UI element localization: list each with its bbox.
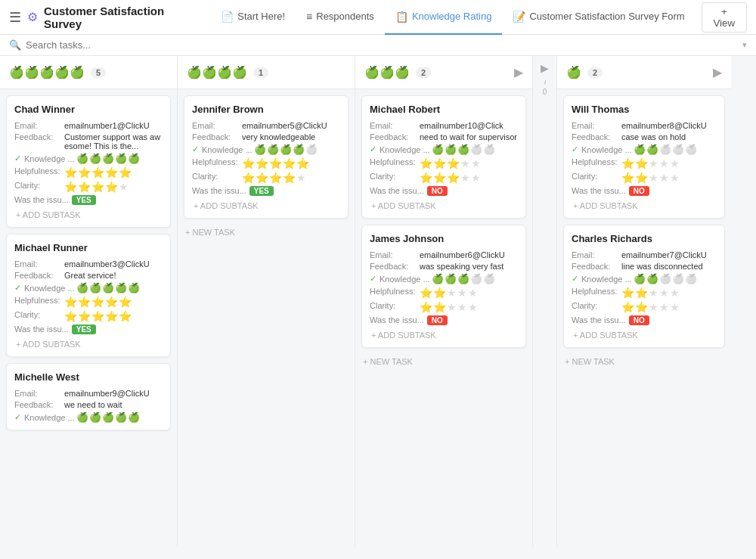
card-knowledge-row: ✓ Knowledge ... 🍏🍏🍏🍏🍏 [14, 282, 163, 293]
status-badge: YES [72, 195, 96, 205]
card-issue-row: Was the issu... NO [370, 315, 518, 325]
card-helpfulness-row: Helpfulness: ⭐⭐★★★ [370, 287, 518, 299]
column-header-5: 🍏🍏🍏🍏🍏 5 [0, 56, 177, 89]
column-body-1: Will Thomas Email: emailnumber8@ClickU F… [557, 89, 731, 547]
check-icon: ✓ [14, 154, 21, 163]
column-header-3: 🍏🍏🍏 2 ▶ [355, 56, 532, 89]
narrow-col-label: ~ [541, 80, 549, 85]
card-knowledge-row: ✓ Knowledge ... 🍏🍏🍏🍏🍏 [370, 273, 518, 284]
col-apples-3: 🍏🍏🍏 [364, 65, 410, 79]
col-count-5: 5 [91, 67, 106, 78]
check-icon: ✓ [14, 412, 21, 422]
card-issue-row: Was the issu... NO [572, 186, 717, 196]
card-clarity-row: Clarity: ⭐⭐★★★ [572, 301, 717, 313]
tab-respondents-icon: ≡ [306, 11, 312, 23]
tab-form-icon: 📝 [513, 11, 525, 23]
card-knowledge-row: ✓ Knowledge ... 🍏🍏🍏🍏🍏 [572, 273, 717, 284]
column-5-stars: 🍏🍏🍏🍏🍏 5 Chad Winner Email: emailnumber1@… [0, 56, 178, 547]
view-button[interactable]: + View [702, 2, 747, 33]
add-subtask-button[interactable]: + ADD SUBTASK [14, 207, 163, 222]
status-badge: NO [629, 315, 649, 325]
add-subtask-button[interactable]: + ADD SUBTASK [572, 328, 717, 343]
add-subtask-button[interactable]: + ADD SUBTASK [572, 198, 717, 213]
card-issue-row: Was the issu... YES [14, 325, 163, 334]
tab-start-here[interactable]: 📄 Start Here! [210, 0, 296, 35]
add-subtask-button[interactable]: + ADD SUBTASK [370, 198, 518, 213]
new-task-button[interactable]: + NEW TASK [563, 354, 725, 369]
card-helpfulness-row: Helpfulness: ⭐⭐★★★ [572, 287, 717, 299]
card-clarity-row: Clarity: ⭐⭐★★★ [370, 301, 518, 313]
card-issue-row: Was the issu... YES [192, 186, 340, 196]
app-title: Customer Satisfaction Survey [44, 5, 198, 30]
card-email-row: Email: emailnumber7@ClickU [572, 250, 717, 259]
menu-icon[interactable]: ☰ [9, 9, 21, 26]
card-name: Will Thomas [572, 104, 717, 115]
col-narrow-expand-icon[interactable]: ▶ [541, 62, 549, 74]
card-clarity-row: Clarity: ⭐⭐⭐★★ [370, 172, 518, 184]
add-subtask-button[interactable]: + ADD SUBTASK [14, 337, 163, 352]
card-clarity-row: Clarity: ⭐⭐★★★ [572, 172, 717, 184]
tab-knowledge-icon: 📋 [395, 11, 408, 23]
card-feedback-row: Feedback: Great service! [14, 271, 163, 280]
card-feedback-row: Feedback: we need to wait [14, 400, 163, 409]
col-apples-4: 🍏🍏🍏🍏 [187, 65, 247, 79]
card-email-row: Email: emailnumber6@ClickU [370, 250, 518, 259]
card-charles-richards: Charles Richards Email: emailnumber7@Cli… [563, 225, 725, 348]
col-apples-5: 🍏🍏🍏🍏🍏 [9, 65, 85, 79]
col-apples-1: 🍏 [566, 65, 581, 79]
check-icon: ✓ [192, 144, 199, 154]
card-email-row: Email: emailnumber1@ClickU [14, 121, 163, 130]
column-3-stars: 🍏🍏🍏 2 ▶ Michael Robert Email: emailnumbe… [355, 56, 533, 547]
search-icon: 🔍 [9, 39, 21, 51]
search-input[interactable] [26, 39, 738, 51]
card-knowledge-row: ✓ Knowledge ... 🍏🍏🍏🍏🍏 [14, 153, 163, 164]
card-name: Chad Winner [14, 104, 163, 115]
check-icon: ✓ [14, 283, 21, 293]
search-bar: 🔍 ▾ [0, 35, 756, 56]
add-subtask-button[interactable]: + ADD SUBTASK [370, 328, 518, 343]
status-badge: YES [72, 325, 96, 334]
column-body-5: Chad Winner Email: emailnumber1@ClickU F… [0, 89, 177, 547]
tab-survey-form[interactable]: 📝 Customer Satisfaction Survey Form [502, 0, 695, 35]
col-expand-arrow[interactable]: ▶ [514, 65, 523, 79]
column-1-star: 🍏 2 ▶ Will Thomas Email: emailnumber8@Cl… [557, 56, 731, 547]
card-helpfulness-row: Helpfulness: ⭐⭐★★★ [572, 157, 717, 169]
tab-bar: 📄 Start Here! ≡ Respondents 📋 Knowledge … [210, 0, 695, 35]
card-james-johnson: James Johnson Email: emailnumber6@ClickU… [361, 225, 526, 348]
add-subtask-button[interactable]: + ADD SUBTASK [192, 198, 340, 213]
column-body-4: Jennifer Brown Email: emailnumber5@Click… [178, 89, 355, 547]
card-feedback-row: Feedback: line was disconnected [572, 262, 717, 271]
card-feedback-row: Feedback: need to wait for supervisor [370, 132, 518, 141]
card-knowledge-row: ✓ Knowledge ... 🍏🍏🍏🍏🍏 [192, 144, 340, 155]
card-knowledge-row: ✓ Knowledge ... 🍏🍏🍏🍏🍏 [572, 144, 717, 155]
card-will-thomas: Will Thomas Email: emailnumber8@ClickU F… [563, 95, 725, 219]
col-count-3: 2 [416, 67, 431, 78]
search-chevron-icon[interactable]: ▾ [742, 40, 747, 50]
card-name: Michael Robert [370, 104, 518, 115]
card-jennifer-brown: Jennifer Brown Email: emailnumber5@Click… [184, 95, 349, 219]
card-helpfulness-row: Helpfulness: ⭐⭐⭐⭐⭐ [14, 166, 163, 179]
card-helpfulness-row: Helpfulness: ⭐⭐⭐⭐⭐ [14, 296, 163, 308]
card-helpfulness-row: Helpfulness: ⭐⭐⭐★★ [370, 157, 518, 169]
col-count-4: 1 [253, 67, 268, 78]
card-feedback-row: Feedback: very knowledgeable [192, 132, 340, 141]
card-feedback-row: Feedback: Customer support was awesome! … [14, 132, 163, 151]
column-body-3: Michael Robert Email: emailnumber10@Clic… [355, 89, 532, 547]
card-michael-runner: Michael Runner Email: emailnumber3@Click… [6, 234, 171, 357]
card-knowledge-row: ✓ Knowledge ... 🍏🍏🍏🍏🍏 [370, 144, 518, 155]
status-badge: NO [629, 186, 649, 196]
card-chad-winner: Chad Winner Email: emailnumber1@ClickU F… [6, 95, 171, 228]
card-feedback-row: Feedback: case was on hold [572, 132, 717, 141]
card-email-row: Email: emailnumber8@ClickU [572, 121, 717, 130]
narrow-col-count: 0 [543, 88, 547, 96]
card-issue-row: Was the issu... YES [14, 195, 163, 205]
tab-knowledge-rating[interactable]: 📋 Knowledge Rating [385, 0, 503, 35]
col-expand-right-arrow[interactable]: ▶ [713, 65, 722, 79]
tab-respondents[interactable]: ≡ Respondents [296, 0, 385, 35]
card-helpfulness-row: Helpfulness: ⭐⭐⭐⭐⭐ [192, 157, 340, 169]
column-4-stars: 🍏🍏🍏🍏 1 Jennifer Brown Email: emailnumber… [178, 56, 355, 547]
new-task-button[interactable]: + NEW TASK [184, 225, 349, 240]
new-task-button[interactable]: + NEW TASK [361, 354, 526, 369]
card-clarity-row: Clarity: ⭐⭐⭐⭐★ [192, 172, 340, 184]
card-issue-row: Was the issu... NO [572, 315, 717, 325]
